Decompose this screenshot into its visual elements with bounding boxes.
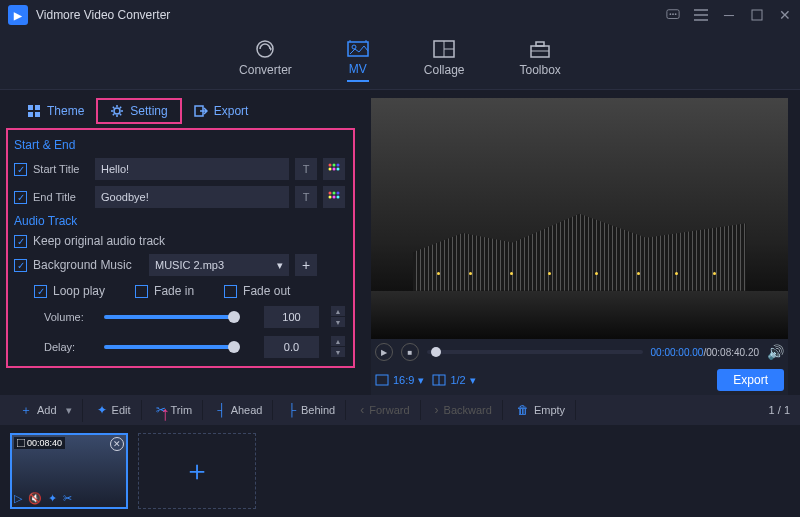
right-panel: ▶ ■ 00:00:00.00/00:08:40.20 🔊 16:9 ▾ 1/2… bbox=[365, 90, 800, 395]
time-display: 00:00:00.00/00:08:40.20 bbox=[651, 347, 759, 358]
start-title-color-button[interactable] bbox=[323, 158, 345, 180]
video-placeholder bbox=[371, 98, 788, 339]
backward-icon: › bbox=[435, 403, 439, 417]
svg-point-11 bbox=[352, 45, 356, 49]
keep-original-checkbox[interactable] bbox=[14, 235, 27, 248]
tab-export-label: Export bbox=[214, 104, 249, 118]
delay-label: Delay: bbox=[44, 341, 94, 353]
start-title-label: Start Title bbox=[33, 163, 89, 175]
svg-rect-41 bbox=[17, 439, 25, 447]
trim-button[interactable]: ✂Trim bbox=[146, 400, 204, 420]
end-title-row: End Title T bbox=[14, 186, 345, 208]
svg-point-32 bbox=[329, 192, 332, 195]
volume-slider[interactable] bbox=[104, 315, 234, 319]
nav-toolbox[interactable]: Toolbox bbox=[520, 39, 561, 81]
fadein-label: Fade in bbox=[154, 284, 194, 298]
add-button[interactable]: ＋Add▾ bbox=[10, 399, 83, 422]
end-title-font-button[interactable]: T bbox=[295, 186, 317, 208]
clip-effects-icon[interactable]: ✦ bbox=[48, 492, 57, 505]
volume-row: Volume: 100 ▲▼ bbox=[44, 306, 345, 328]
tab-setting[interactable]: Setting bbox=[96, 98, 181, 124]
delay-value[interactable]: 0.0 bbox=[264, 336, 319, 358]
nav-collage[interactable]: Collage bbox=[424, 39, 465, 81]
end-title-input[interactable] bbox=[95, 186, 289, 208]
minimize-icon[interactable]: ─ bbox=[722, 8, 736, 22]
export-button[interactable]: Export bbox=[717, 369, 784, 391]
loop-checkbox[interactable] bbox=[34, 285, 47, 298]
chevron-down-icon: ▾ bbox=[66, 404, 72, 417]
bg-music-label: Background Music bbox=[33, 258, 143, 272]
end-title-label: End Title bbox=[33, 191, 89, 203]
fadein-checkbox[interactable] bbox=[135, 285, 148, 298]
volume-value[interactable]: 100 bbox=[264, 306, 319, 328]
svg-point-34 bbox=[337, 192, 340, 195]
clip-trim-icon[interactable]: ✂ bbox=[63, 492, 72, 505]
video-preview[interactable] bbox=[371, 98, 788, 339]
page-indicator: 1 / 1 bbox=[769, 404, 790, 416]
move-right-icon: ├ bbox=[287, 403, 296, 417]
start-title-checkbox[interactable] bbox=[14, 163, 27, 176]
menu-icon[interactable] bbox=[694, 8, 708, 22]
transport-bar: ▶ ■ 00:00:00.00/00:08:40.20 🔊 bbox=[371, 339, 788, 365]
delay-slider[interactable] bbox=[104, 345, 234, 349]
nav-mv-label: MV bbox=[349, 62, 367, 76]
tab-export[interactable]: Export bbox=[182, 98, 261, 124]
edit-button[interactable]: ✦Edit bbox=[87, 400, 142, 420]
svg-rect-22 bbox=[28, 112, 33, 117]
clip-thumbnail[interactable]: 00:08:40 ✕ ▷ 🔇 ✦ ✂ bbox=[10, 433, 128, 509]
clip-actions: ▷ 🔇 ✦ ✂ bbox=[14, 492, 72, 505]
filmstrip: 00:08:40 ✕ ▷ 🔇 ✦ ✂ ＋ bbox=[0, 425, 800, 517]
backward-button[interactable]: ›Backward bbox=[425, 400, 503, 420]
ahead-button[interactable]: ┤Ahead bbox=[207, 400, 273, 420]
clip-duration-badge: 00:08:40 bbox=[14, 437, 65, 449]
nav-converter[interactable]: Converter bbox=[239, 39, 292, 81]
end-title-checkbox[interactable] bbox=[14, 191, 27, 204]
svg-point-30 bbox=[333, 168, 336, 171]
delay-spinner[interactable]: ▲▼ bbox=[331, 336, 345, 358]
behind-button[interactable]: ├Behind bbox=[277, 400, 346, 420]
bg-music-dropdown[interactable]: MUSIC 2.mp3 ▾ bbox=[149, 254, 289, 276]
stop-button[interactable]: ■ bbox=[401, 343, 419, 361]
svg-rect-10 bbox=[348, 42, 368, 56]
ratio-icon bbox=[375, 374, 389, 386]
titlebar: ▶ Vidmore Video Converter ─ ✕ bbox=[0, 0, 800, 30]
export-icon bbox=[194, 104, 208, 118]
nav-toolbox-label: Toolbox bbox=[520, 63, 561, 77]
svg-point-27 bbox=[333, 164, 336, 167]
clip-remove-button[interactable]: ✕ bbox=[110, 437, 124, 451]
start-title-input[interactable] bbox=[95, 158, 289, 180]
keep-original-label: Keep original audio track bbox=[33, 234, 165, 248]
feedback-icon[interactable] bbox=[666, 8, 680, 22]
tab-theme[interactable]: Theme bbox=[15, 98, 96, 124]
plus-icon: ＋ bbox=[20, 402, 32, 419]
clip-mute-icon[interactable]: 🔇 bbox=[28, 492, 42, 505]
svg-point-26 bbox=[329, 164, 332, 167]
add-clip-slot[interactable]: ＋ bbox=[138, 433, 256, 509]
end-title-color-button[interactable] bbox=[323, 186, 345, 208]
nav-mv[interactable]: MV bbox=[347, 38, 369, 82]
empty-button[interactable]: 🗑Empty bbox=[507, 400, 576, 420]
clip-play-icon[interactable]: ▷ bbox=[14, 492, 22, 505]
playback-options-row: Loop play Fade in Fade out bbox=[34, 284, 345, 298]
maximize-icon[interactable] bbox=[750, 8, 764, 22]
svg-point-28 bbox=[337, 164, 340, 167]
add-music-button[interactable]: + bbox=[295, 254, 317, 276]
main: Theme Setting Export Start & End Start T… bbox=[0, 90, 800, 395]
mv-icon bbox=[347, 38, 369, 58]
aspect-ratio-button[interactable]: 16:9 ▾ bbox=[375, 374, 424, 387]
play-button[interactable]: ▶ bbox=[375, 343, 393, 361]
page-value: 1/2 bbox=[450, 374, 465, 386]
svg-point-31 bbox=[337, 168, 340, 171]
svg-rect-23 bbox=[35, 112, 40, 117]
start-title-font-button[interactable]: T bbox=[295, 158, 317, 180]
bg-music-checkbox[interactable] bbox=[14, 259, 27, 272]
forward-button[interactable]: ‹Forward bbox=[350, 400, 420, 420]
fadeout-checkbox[interactable] bbox=[224, 285, 237, 298]
page-button[interactable]: 1/2 ▾ bbox=[432, 374, 475, 387]
volume-icon[interactable]: 🔊 bbox=[767, 344, 784, 360]
seek-bar[interactable] bbox=[427, 350, 643, 354]
svg-point-2 bbox=[672, 13, 674, 15]
close-icon[interactable]: ✕ bbox=[778, 8, 792, 22]
volume-spinner[interactable]: ▲▼ bbox=[331, 306, 345, 328]
toolbox-icon bbox=[529, 39, 551, 59]
